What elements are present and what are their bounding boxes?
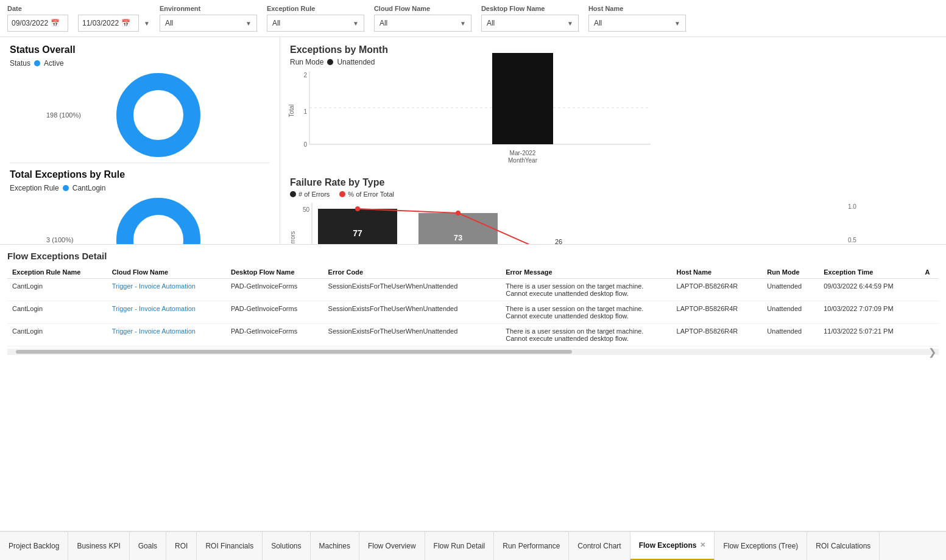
tab-run-performance[interactable]: Run Performance [494,531,569,560]
cloud-flow-filter-group: Cloud Flow Name All ▼ [374,5,471,32]
table-row[interactable]: CantLogin Trigger - Invoice Automation P… [7,279,939,301]
failure-rate-legend: # of Errors % of Error Total [290,191,936,198]
desktop-flow-label: Desktop Flow Name [481,5,579,12]
tab-close-flow-exceptions[interactable]: ✕ [700,541,705,549]
exceptions-table: Exception Rule Name Cloud Flow Name Desk… [7,266,939,346]
date-from-value: 09/03/2022 [12,19,48,27]
tab-goals[interactable]: Goals [130,531,166,560]
date-from-input[interactable]: 09/03/2022 📅 [7,15,68,32]
desktop-flow-select[interactable]: All ▼ [481,15,579,32]
cell-cloud-flow-2[interactable]: Trigger - Invoice Automation [107,324,226,346]
tab-project-backlog[interactable]: Project Backlog [0,531,68,560]
col-run-mode: Run Mode [762,266,819,279]
desktop-flow-chevron: ▼ [567,20,573,27]
calendar-icon[interactable]: 📅 [51,19,60,27]
cloud-flow-select[interactable]: All ▼ [374,15,471,32]
date-filter-group: Date 09/03/2022 📅 11/03/2022 📅 ▼ [7,5,150,32]
failure-rate-chart: 50 0 # of Errors 1.0 0.5 0.0 [312,203,860,244]
svg-text:2: 2 [303,72,307,79]
legend-errors-label: # of Errors [298,191,330,198]
cell-run-mode-2: Unattended [762,324,819,346]
tab-label-machines: Machines [319,542,350,550]
status-overall-section: Status Overall Status Active 198 (100%) [10,44,270,158]
host-filter-group: Host Name All ▼ [588,5,686,32]
svg-text:Total: Total [288,104,295,117]
tab-machines[interactable]: Machines [311,531,359,560]
cell-extra-2 [920,324,939,346]
env-filter-select[interactable]: All ▼ [160,15,257,32]
cell-host-0: LAPTOP-B5826R4R [672,279,763,301]
donut-label-198: 198 (100%) [46,111,81,119]
run-mode-dot [327,59,333,65]
svg-text:0: 0 [303,141,307,148]
tab-business-kpi[interactable]: Business KPI [68,531,129,560]
tab-roi-calculations[interactable]: ROI Calculations [807,531,880,560]
tab-flow-exceptions[interactable]: Flow Exceptions✕ [630,531,715,560]
legend-pct-dot [339,191,345,197]
svg-text:3: 3 [521,41,525,50]
tab-flow-overview[interactable]: Flow Overview [359,531,425,560]
table-row[interactable]: CantLogin Trigger - Invoice Automation P… [7,324,939,346]
col-extra: A [920,266,939,279]
svg-point-3 [140,222,177,244]
top-panels: Status Overall Status Active 198 (100%) [0,37,946,244]
tab-label-flow-run-detail: Flow Run Detail [434,542,485,550]
status-label: Status [10,59,30,68]
svg-text:0.5: 0.5 [848,237,856,243]
svg-text:1: 1 [303,108,307,115]
date-filter-label: Date [7,5,150,12]
divider-1 [10,163,270,163]
col-error-code: Error Code [323,266,501,279]
date-filter-control: 09/03/2022 📅 11/03/2022 📅 ▼ [7,15,150,32]
tab-label-control-chart: Control Chart [577,542,621,550]
calendar-icon-2[interactable]: 📅 [121,19,130,27]
scroll-right-arrow[interactable]: ❯ [928,346,936,358]
flow-exceptions-detail-title: Flow Exceptions Detail [7,245,939,266]
cloud-flow-chevron: ▼ [460,20,466,27]
exception-rule-value-text: CantLogin [72,184,106,192]
tab-bar: Project BacklogBusiness KPIGoalsROIROI F… [0,531,946,560]
exception-rule-select[interactable]: All ▼ [267,15,364,32]
date-to-input[interactable]: 11/03/2022 📅 [78,15,139,32]
cloud-flow-value: All [379,19,387,27]
host-filter-select[interactable]: All ▼ [588,15,686,32]
desktop-flow-value: All [487,19,495,27]
table-row[interactable]: CantLogin Trigger - Invoice Automation P… [7,301,939,324]
tab-flow-exceptions-tree[interactable]: Flow Exceptions (Tree) [715,531,807,560]
total-exceptions-title: Total Exceptions by Rule [10,169,270,180]
svg-text:# of Errors: # of Errors [289,231,296,244]
cell-rule-1: CantLogin [7,301,107,324]
cell-host-2: LAPTOP-B5826R4R [672,324,763,346]
cloud-flow-label: Cloud Flow Name [374,5,471,12]
svg-rect-11 [492,53,553,144]
status-value: Active [44,59,64,68]
exceptions-by-month-chart: 2 1 0 Total 3 Mar- [309,71,663,166]
cell-error-code-1: SessionExistsForTheUserWhenUnattended [323,301,501,324]
tab-roi[interactable]: ROI [166,531,197,560]
scrollbar-thumb[interactable] [16,350,572,354]
legend-errors: # of Errors [290,191,330,198]
failure-rate-chart-container: 50 0 # of Errors 1.0 0.5 0.0 [312,203,912,244]
cell-extra-1 [920,301,939,324]
cell-cloud-flow-0[interactable]: Trigger - Invoice Automation [107,279,226,301]
status-dot [34,60,40,66]
tab-label-business-kpi: Business KPI [77,542,120,550]
run-mode-value: Unattended [337,58,375,66]
cell-cloud-flow-1[interactable]: Trigger - Invoice Automation [107,301,226,324]
tab-roi-financials[interactable]: ROI Financials [197,531,263,560]
legend-pct-label: % of Error Total [348,191,394,198]
tab-solutions[interactable]: Solutions [263,531,310,560]
run-mode-label: Run Mode [290,58,323,66]
filter-bar: Date 09/03/2022 📅 11/03/2022 📅 ▼ Environ… [0,0,946,37]
table-body: CantLogin Trigger - Invoice Automation P… [7,279,939,346]
env-filter-label: Environment [160,5,257,12]
exception-rule-label: Exception Rule [267,5,364,12]
tab-flow-run-detail[interactable]: Flow Run Detail [425,531,495,560]
cell-exception-time-1: 10/03/2022 7:07:09 PM [819,301,920,324]
svg-text:50: 50 [303,206,310,213]
exception-rule-line: Exception Rule CantLogin [10,184,270,192]
tab-control-chart[interactable]: Control Chart [569,531,630,560]
table-scrollbar[interactable]: ❯ [7,349,939,355]
svg-text:Mar-2022: Mar-2022 [510,150,536,156]
host-chevron: ▼ [674,20,680,27]
